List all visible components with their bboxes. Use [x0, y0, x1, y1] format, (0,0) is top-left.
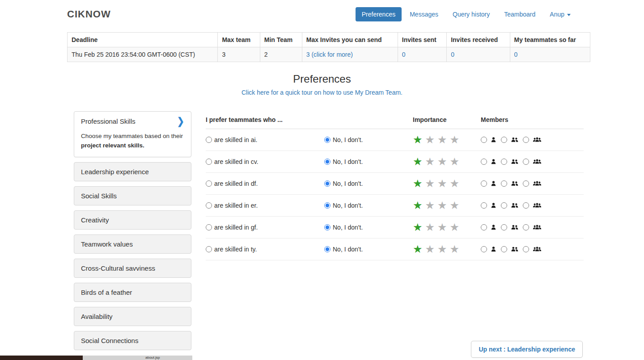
tour-link[interactable]: Click here for a quick tour on how to us… — [242, 89, 402, 96]
sidebar-item-availability[interactable]: Availability — [74, 307, 191, 326]
member-option-one[interactable] — [481, 137, 496, 143]
star-filled-icon[interactable]: ★ — [413, 134, 423, 145]
star-empty-icon[interactable]: ★ — [437, 244, 447, 255]
star-empty-icon[interactable]: ★ — [450, 156, 460, 167]
prefer-yes-radio[interactable] — [206, 246, 212, 252]
member-two-radio[interactable] — [501, 246, 507, 252]
member-three-radio[interactable] — [523, 224, 529, 230]
prefer-yes-radio[interactable] — [206, 202, 212, 209]
star-empty-icon[interactable]: ★ — [437, 156, 447, 167]
sidebar-item-teamwork-values[interactable]: Teamwork values — [74, 234, 191, 254]
star-empty-icon[interactable]: ★ — [437, 178, 447, 189]
people-two-icon — [511, 137, 518, 143]
star-empty-icon[interactable]: ★ — [450, 244, 460, 255]
star-empty-icon[interactable]: ★ — [450, 178, 460, 189]
star-empty-icon[interactable]: ★ — [437, 134, 447, 145]
sidebar-item-birds-of-a-feather[interactable]: Birds of a feather — [74, 283, 191, 302]
people-two-icon — [511, 246, 518, 252]
prefer-no-radio[interactable] — [324, 159, 330, 165]
star-empty-icon[interactable]: ★ — [450, 200, 460, 211]
nav-item-label: Messages — [410, 11, 438, 18]
member-two-radio[interactable] — [501, 180, 507, 187]
star-empty-icon[interactable]: ★ — [437, 200, 447, 211]
member-three-radio[interactable] — [523, 246, 529, 252]
member-option-two[interactable] — [501, 137, 518, 143]
star-empty-icon[interactable]: ★ — [425, 222, 435, 233]
col-header-members: Members — [481, 116, 584, 123]
member-three-radio[interactable] — [523, 137, 529, 143]
people-three-icon — [533, 137, 542, 143]
star-empty-icon[interactable]: ★ — [425, 178, 435, 189]
star-empty-icon[interactable]: ★ — [425, 156, 435, 167]
member-three-radio[interactable] — [523, 180, 529, 187]
member-option-three[interactable] — [523, 180, 542, 187]
nav-item-query-history[interactable]: Query history — [446, 7, 496, 21]
member-option-two[interactable] — [501, 180, 518, 187]
member-one-radio[interactable] — [481, 159, 487, 165]
sidebar-item-social-skills[interactable]: Social Skills — [74, 186, 191, 205]
sidebar-item-creativity[interactable]: Creativity — [74, 210, 191, 230]
member-option-three[interactable] — [523, 224, 542, 230]
sidebar-item-professional-skills[interactable]: Professional Skills ❯ Choose my teammate… — [74, 111, 191, 157]
star-filled-icon[interactable]: ★ — [413, 178, 423, 189]
member-option-one[interactable] — [481, 246, 496, 252]
member-option-three[interactable] — [523, 246, 542, 252]
member-option-two[interactable] — [501, 159, 518, 165]
nav-item-messages[interactable]: Messages — [403, 7, 445, 21]
max-invites-link[interactable]: 3 (click for more) — [306, 51, 353, 58]
member-one-radio[interactable] — [481, 246, 487, 252]
member-two-radio[interactable] — [501, 137, 507, 143]
member-option-two[interactable] — [501, 224, 518, 230]
member-option-one[interactable] — [481, 180, 496, 187]
member-one-radio[interactable] — [481, 180, 487, 187]
nav-item-teamboard[interactable]: Teamboard — [498, 7, 542, 21]
member-option-three[interactable] — [523, 159, 542, 165]
member-option-two[interactable] — [501, 246, 518, 252]
member-one-radio[interactable] — [481, 137, 487, 143]
prefer-no-radio[interactable] — [324, 137, 330, 143]
star-filled-icon[interactable]: ★ — [413, 156, 423, 167]
prefer-yes-radio[interactable] — [206, 137, 212, 143]
member-one-radio[interactable] — [481, 202, 487, 209]
sidebar-item-social-connections[interactable]: Social Connections — [74, 331, 191, 350]
prefer-yes-radio[interactable] — [206, 159, 212, 165]
member-option-one[interactable] — [481, 224, 496, 230]
star-filled-icon[interactable]: ★ — [413, 222, 423, 233]
star-filled-icon[interactable]: ★ — [413, 200, 423, 211]
member-two-radio[interactable] — [501, 202, 507, 209]
nav-item-label: Teamboard — [504, 11, 535, 18]
star-empty-icon[interactable]: ★ — [437, 222, 447, 233]
member-option-one[interactable] — [481, 202, 496, 209]
member-three-radio[interactable] — [523, 202, 529, 209]
star-empty-icon[interactable]: ★ — [425, 200, 435, 211]
member-two-radio[interactable] — [501, 224, 507, 230]
prefer-no-radio[interactable] — [324, 224, 330, 230]
member-option-three[interactable] — [523, 137, 542, 143]
prefer-no-radio[interactable] — [324, 180, 330, 187]
member-option-two[interactable] — [501, 202, 518, 209]
invites-sent-link[interactable]: 0 — [402, 51, 406, 58]
star-empty-icon[interactable]: ★ — [450, 134, 460, 145]
prefer-no-radio[interactable] — [324, 202, 330, 209]
prefer-yes-radio[interactable] — [206, 224, 212, 230]
nav-item-preferences[interactable]: Preferences — [356, 7, 402, 21]
invites-received-link[interactable]: 0 — [451, 51, 454, 58]
prefer-no-radio[interactable] — [324, 246, 330, 252]
member-option-one[interactable] — [481, 159, 496, 165]
member-option-three[interactable] — [523, 202, 542, 209]
member-one-radio[interactable] — [481, 224, 487, 230]
person-icon — [491, 246, 496, 252]
nav-item-anup[interactable]: Anup — [543, 7, 577, 21]
star-empty-icon[interactable]: ★ — [425, 134, 435, 145]
people-three-icon — [533, 159, 542, 165]
member-three-radio[interactable] — [523, 159, 529, 165]
member-two-radio[interactable] — [501, 159, 507, 165]
preference-label: are skilled in df. — [214, 180, 258, 187]
sidebar-item-leadership-experience[interactable]: Leadership experience — [74, 162, 191, 181]
star-filled-icon[interactable]: ★ — [413, 244, 423, 255]
teammates-link[interactable]: 0 — [514, 51, 518, 58]
sidebar-item-cross-cultural-savviness[interactable]: Cross-Cultural savviness — [74, 259, 191, 278]
star-empty-icon[interactable]: ★ — [450, 222, 460, 233]
star-empty-icon[interactable]: ★ — [425, 244, 435, 255]
prefer-yes-radio[interactable] — [206, 180, 212, 187]
